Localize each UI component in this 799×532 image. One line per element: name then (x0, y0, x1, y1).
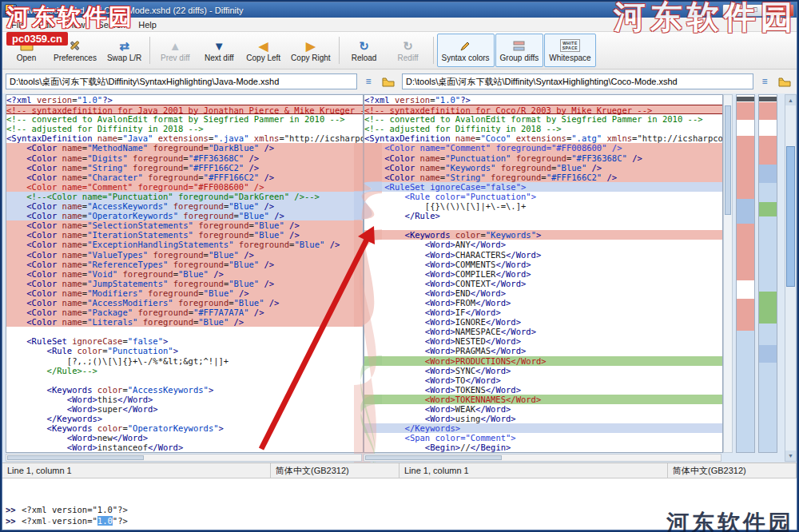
code-line[interactable]: <Word>TOKENNAMES</Word> (364, 395, 722, 404)
close-button[interactable]: × (767, 4, 794, 17)
overview-diff-block[interactable] (737, 224, 754, 281)
overview-diff-block[interactable] (759, 183, 777, 203)
group-diffs-button[interactable]: Group diffs (495, 34, 544, 67)
overview-diff-block[interactable] (759, 345, 777, 363)
code-line[interactable]: <!-- adjusted for Diffinity in 2018 --> (364, 124, 722, 133)
menu-item-file[interactable]: File (5, 19, 32, 30)
next-diff-button[interactable]: ▼Next diff (197, 34, 240, 67)
right-horizontal-scrollbar[interactable] (364, 454, 721, 462)
scroll-down-arrow-icon[interactable]: ▼ (785, 451, 796, 461)
code-line[interactable]: <Keywords color="Keywords"> (364, 230, 722, 240)
code-line[interactable]: <Color name="Void" foreground="Blue" /> (6, 269, 363, 279)
code-line[interactable]: <Word>using</Word> (364, 414, 722, 423)
right-browse-folder-icon[interactable] (776, 73, 793, 90)
overview-diff-block[interactable] (759, 216, 777, 292)
code-line[interactable]: <Color name="ExceptionHandlingStatements… (6, 240, 363, 249)
code-line[interactable]: <Word>true</Word> (6, 452, 363, 453)
code-line[interactable] (6, 375, 363, 385)
overview-strip-right-file[interactable] (758, 94, 777, 453)
code-line[interactable]: <Word>IF</Word> (364, 308, 722, 317)
maximize-button[interactable]: □ (745, 4, 765, 17)
code-line[interactable]: <!-- syntaxdefinition for Java 2001 by J… (6, 105, 363, 114)
overview-diff-block[interactable] (737, 299, 754, 331)
code-line[interactable]: <Word>TO</Word> (364, 375, 722, 385)
code-line[interactable]: <Word>NAMESPACE</Word> (364, 327, 722, 336)
overview-diff-block[interactable] (759, 136, 777, 165)
code-line[interactable]: <Word>CHARACTERS</Word> (364, 250, 722, 260)
code-line[interactable]: <!-- syntaxdefinition for Coco/R 2003 by… (364, 105, 722, 114)
code-line[interactable]: <Word>CONTEXT</Word> (364, 279, 722, 288)
code-line[interactable]: <Word>END</Word> (364, 288, 722, 298)
copy-right-button[interactable]: ▶Copy Right (286, 34, 335, 67)
reload-button[interactable]: ↻Reload (343, 34, 386, 67)
code-line[interactable]: <Color name="Punctuation" foreground="#F… (364, 153, 722, 163)
code-line[interactable]: <Color name="Package" foreground="#FF7A7… (6, 308, 363, 317)
code-line[interactable]: <?xml version="1.0"?> (364, 95, 722, 105)
scroll-up-arrow-icon[interactable]: ▲ (785, 95, 796, 105)
left-horizontal-scrollbar[interactable] (6, 454, 362, 462)
overview-diff-block[interactable] (737, 97, 754, 101)
left-code-pane[interactable]: <?xml version="1.0"?><!-- syntaxdefiniti… (6, 94, 364, 453)
code-line[interactable]: <Color name="MethodName" foreground="Dar… (6, 143, 363, 153)
right-file-path-input[interactable] (402, 73, 753, 89)
overview-diff-block[interactable] (737, 102, 754, 120)
overview-diff-block[interactable] (737, 331, 754, 452)
window-vertical-scrollbar[interactable]: ▲ ▼ (785, 94, 797, 462)
preferences-button[interactable]: Preferences (49, 34, 101, 67)
overview-diff-block[interactable] (759, 102, 777, 120)
code-line[interactable]: <Begin>//</Begin> (364, 443, 722, 452)
code-line[interactable]: <Word>SYNC</Word> (364, 366, 722, 375)
scrollbar-thumb[interactable] (786, 146, 795, 287)
code-line[interactable]: <Color name="Keywords" foreground="Blue"… (364, 163, 722, 173)
code-line[interactable]: <Word>new</Word> (6, 433, 363, 443)
left-browse-folder-icon[interactable] (380, 73, 397, 90)
code-line[interactable]: <Word>PRAGMAS</Word> (364, 346, 722, 355)
code-line[interactable]: </Rule> (364, 211, 722, 220)
minimize-button[interactable]: ─ (722, 4, 743, 17)
code-line[interactable]: <Color name="OperatorKeywords" foregroun… (6, 211, 363, 220)
code-line[interactable]: <!-- adjusted for Diffinity in 2018 --> (6, 124, 363, 133)
code-line[interactable]: <Color name="String" foreground="#FFF166… (364, 173, 722, 182)
code-line[interactable]: <Word>WEAK</Word> (364, 404, 722, 414)
overview-diff-block[interactable] (759, 363, 777, 452)
code-line[interactable] (6, 327, 363, 336)
overview-diff-block[interactable] (759, 202, 777, 216)
code-line[interactable]: <Color name="Comment" foreground="#FF008… (364, 143, 722, 153)
code-line[interactable]: [?,.;()\[\]{}+\-/%*&lt;&gt;^!|]+ (6, 356, 363, 366)
code-line[interactable]: <Color name="AccessKeywords" foreground=… (6, 201, 363, 211)
code-line[interactable]: </Span> (364, 452, 722, 453)
copy-left-button[interactable]: ◀Copy Left (241, 34, 285, 67)
right-file-options-icon[interactable]: ≡ (756, 73, 773, 90)
code-line[interactable]: <Color name="ValueTypes" foreground="Blu… (6, 250, 363, 260)
code-line[interactable]: [{}\(\)\[\]|+\-=\.]+ (364, 201, 722, 211)
code-line[interactable]: </Keywords> (6, 414, 363, 423)
menu-item-edit[interactable]: Edit (32, 19, 60, 30)
code-line[interactable]: <Color name="String" foreground="#FFF166… (6, 163, 363, 173)
syntax-colors-button[interactable]: Syntax colors (437, 34, 495, 67)
code-line[interactable]: <Word>COMMENTS</Word> (364, 260, 722, 269)
code-line[interactable]: <Color name="Modifiers" foreground="Blue… (6, 288, 363, 298)
overview-diff-block[interactable] (759, 292, 777, 324)
code-line[interactable]: <SyntaxDefinition name="Java" extensions… (6, 133, 363, 143)
menu-item-help[interactable]: Help (132, 19, 163, 30)
code-line[interactable]: <Color name="Comment" foreground="#FF008… (6, 182, 363, 192)
code-line[interactable]: <Word>NESTED</Word> (364, 336, 722, 346)
code-line[interactable]: <SyntaxDefinition name="Coco" extensions… (364, 133, 722, 143)
rediff-button[interactable]: ↻Rediff (387, 34, 430, 67)
code-line[interactable]: <Keywords color="OperatorKeywords"> (6, 423, 363, 433)
code-line[interactable]: <RuleSet ignoreCase="false"> (364, 182, 722, 192)
prev-diff-button[interactable]: ▲Prev diff (153, 34, 197, 67)
code-line[interactable]: <Word>FROM</Word> (364, 298, 722, 308)
code-line[interactable]: <Color name="Literals" foreground="Blue"… (6, 317, 363, 327)
code-line[interactable]: <Word>ANY</Word> (364, 240, 722, 249)
open-button[interactable]: Open (5, 34, 48, 67)
code-line[interactable]: <Span color="Comment"> (364, 433, 722, 443)
code-line[interactable]: <Word>TOKENS</Word> (364, 385, 722, 395)
overview-diff-block[interactable] (759, 324, 777, 345)
code-line[interactable]: <!--<Color name="Punctuation" foreground… (6, 192, 363, 201)
code-line[interactable]: <!-- converted to AvalonEdit format by S… (6, 114, 363, 124)
overview-diff-block[interactable] (759, 97, 777, 101)
code-line[interactable]: <Color name="IterationStatements" foregr… (6, 230, 363, 240)
code-line[interactable]: <Color name="Character" foreground="#FFF… (6, 173, 363, 182)
menu-item-view[interactable]: View (60, 19, 92, 30)
